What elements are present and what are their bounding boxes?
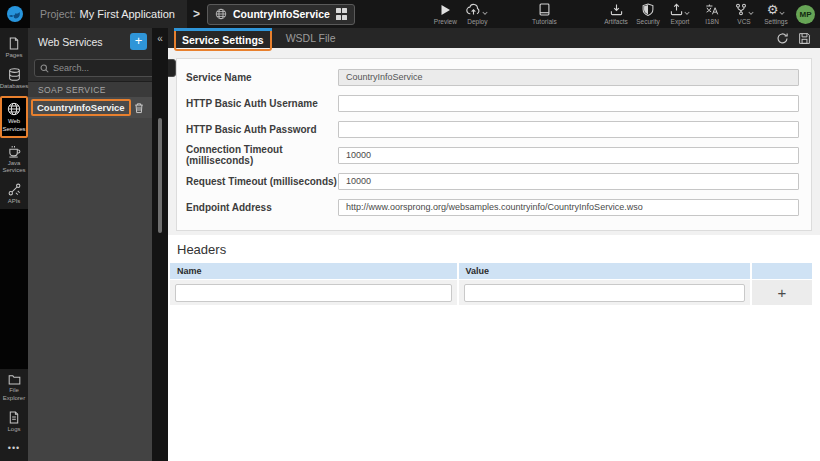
service-list-item[interactable]: CountryInfoService bbox=[28, 97, 152, 118]
app-window: Project: My First Application > CountryI… bbox=[0, 0, 820, 461]
tab-annotation: Service Settings bbox=[174, 27, 272, 51]
grid-icon[interactable] bbox=[336, 8, 348, 20]
settings-label: Settings bbox=[764, 18, 788, 25]
column-header-value: Value bbox=[459, 263, 750, 279]
http-basic-auth-username-input[interactable] bbox=[338, 95, 799, 112]
i18n-label: I18N bbox=[705, 18, 719, 25]
header-value-cell bbox=[459, 280, 750, 305]
connection-timeout-input[interactable] bbox=[338, 147, 799, 164]
deploy-button[interactable]: Deploy bbox=[461, 0, 493, 28]
active-tab-indicator bbox=[174, 28, 272, 31]
add-header-button[interactable]: + bbox=[778, 286, 787, 300]
tutorials-button[interactable]: Tutorials bbox=[528, 0, 560, 28]
collapse-panel-button[interactable]: « bbox=[152, 31, 168, 47]
vcs-button[interactable]: VCS bbox=[728, 0, 760, 28]
app-logo[interactable] bbox=[0, 0, 30, 28]
endpoint-address-input[interactable] bbox=[338, 199, 799, 216]
sidebar-item-web-services[interactable]: Web Services bbox=[0, 96, 28, 137]
field-label: HTTP Basic Auth Username bbox=[186, 98, 338, 109]
service-tab[interactable]: CountryInfoService bbox=[207, 4, 355, 25]
sidebar-item-label: File Explorer bbox=[0, 387, 28, 401]
panel-header: Web Services + bbox=[28, 28, 152, 55]
sidebar-item-label: Web Services bbox=[2, 118, 26, 132]
cloud-upload-icon bbox=[466, 3, 481, 16]
save-icon bbox=[798, 32, 811, 45]
search-icon bbox=[40, 64, 49, 73]
panel-title: Web Services bbox=[38, 36, 103, 48]
form-row-connection-timeout: Connection Timeout (milliseconds) bbox=[186, 142, 799, 168]
tab-wsdl-file[interactable]: WSDL File bbox=[286, 28, 336, 48]
form-row-username: HTTP Basic Auth Username bbox=[186, 90, 799, 116]
user-avatar[interactable]: MP bbox=[796, 5, 815, 24]
form-row-endpoint: Endpoint Address bbox=[186, 194, 799, 220]
tutorials-label: Tutorials bbox=[532, 18, 557, 25]
web-services-panel: Web Services + SOAP SERVICE CountryInfoS… bbox=[28, 28, 152, 461]
gear-icon: ⚙ bbox=[767, 3, 779, 16]
sidebar-item-databases[interactable]: Databases bbox=[0, 63, 28, 94]
request-timeout-input[interactable] bbox=[338, 173, 799, 190]
logs-icon bbox=[8, 411, 20, 424]
form-row-request-timeout: Request Timeout (milliseconds) bbox=[186, 168, 799, 194]
panel-search-row bbox=[28, 55, 152, 82]
coffee-icon bbox=[8, 145, 21, 158]
sidebar-spacer bbox=[0, 209, 28, 369]
settings-button[interactable]: ⚙ Settings bbox=[760, 0, 792, 28]
breadcrumb-chevron-icon: > bbox=[193, 7, 200, 21]
trash-icon bbox=[134, 102, 144, 114]
add-service-button[interactable]: + bbox=[130, 33, 147, 50]
scrollbar-thumb[interactable] bbox=[158, 118, 162, 233]
header-action-cell: + bbox=[752, 280, 812, 305]
form-row-service-name: Service Name bbox=[186, 64, 799, 90]
sidebar-item-label: Databases bbox=[0, 83, 28, 90]
book-icon bbox=[539, 3, 550, 16]
refresh-button[interactable] bbox=[776, 32, 789, 45]
preview-label: Preview bbox=[434, 18, 457, 25]
project-label: Project: bbox=[40, 8, 76, 20]
http-basic-auth-password-input[interactable] bbox=[338, 121, 799, 138]
sidebar-item-logs[interactable]: Logs bbox=[0, 406, 28, 437]
translate-icon bbox=[705, 3, 719, 16]
artifacts-label: Artifacts bbox=[604, 18, 627, 25]
service-item-label[interactable]: CountryInfoService bbox=[31, 99, 131, 116]
sidebar-item-label: Java Services bbox=[0, 160, 28, 174]
field-label: Service Name bbox=[186, 72, 338, 83]
folder-icon bbox=[8, 374, 21, 385]
settings-form-card: Service Name HTTP Basic Auth Username HT… bbox=[176, 58, 812, 231]
headers-table-row: + bbox=[170, 280, 812, 305]
project-block[interactable]: Project: My First Application bbox=[30, 0, 187, 28]
sidebar-item-label: Logs bbox=[7, 426, 20, 433]
artifacts-button[interactable]: Artifacts bbox=[600, 0, 632, 28]
export-icon bbox=[670, 3, 683, 16]
sidebar-item-apis[interactable]: APIs bbox=[0, 178, 28, 209]
refresh-icon bbox=[776, 32, 789, 45]
chevron-down-icon bbox=[482, 11, 488, 16]
i18n-button[interactable]: I18N bbox=[696, 0, 728, 28]
chevron-down-icon bbox=[684, 11, 690, 16]
more-options-icon[interactable]: ••• bbox=[0, 437, 28, 461]
sidebar-item-label: Pages bbox=[5, 52, 22, 59]
sidebar-item-java-services[interactable]: Java Services bbox=[0, 140, 28, 178]
globe-icon bbox=[215, 8, 227, 20]
deploy-label: Deploy bbox=[467, 18, 487, 25]
field-label: Request Timeout (milliseconds) bbox=[186, 176, 338, 187]
export-button[interactable]: Export bbox=[664, 0, 696, 28]
api-icon bbox=[8, 183, 21, 196]
field-label: Endpoint Address bbox=[186, 202, 338, 213]
security-button[interactable]: Security bbox=[632, 0, 664, 28]
project-name: My First Application bbox=[80, 8, 175, 20]
delete-service-button[interactable] bbox=[134, 102, 144, 114]
header-value-input[interactable] bbox=[464, 284, 745, 302]
play-icon bbox=[440, 4, 451, 16]
sidebar-item-pages[interactable]: Pages bbox=[0, 28, 28, 63]
top-bar: Project: My First Application > CountryI… bbox=[0, 0, 820, 28]
sidebar-item-file-explorer[interactable]: File Explorer bbox=[0, 369, 28, 405]
database-icon bbox=[8, 68, 21, 81]
tab-service-settings[interactable]: Service Settings bbox=[174, 28, 272, 48]
save-button[interactable] bbox=[798, 32, 811, 45]
main-area: Service Settings WSDL File bbox=[168, 28, 820, 461]
header-name-input[interactable] bbox=[175, 284, 452, 302]
preview-button[interactable]: Preview bbox=[429, 0, 461, 28]
tab-actions bbox=[776, 32, 820, 45]
vcs-label: VCS bbox=[737, 18, 750, 25]
headers-table-head: Name Value bbox=[170, 263, 812, 279]
